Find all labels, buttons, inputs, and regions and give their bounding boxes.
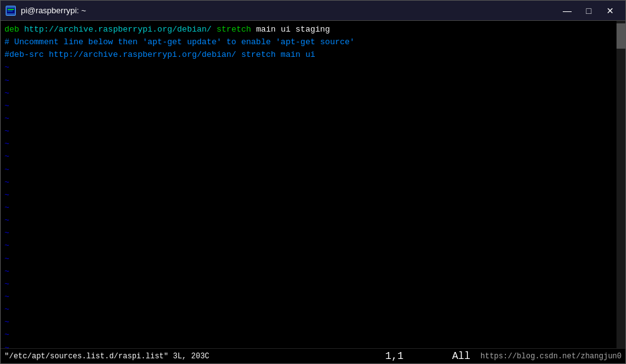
window-icon — [6, 6, 16, 16]
tilde-20: ~ — [4, 265, 613, 278]
scrollbar-thumb[interactable] — [617, 23, 625, 49]
terminal-window: pi@raspberrypi: ~ — □ ✕ deb http://archi… — [0, 0, 626, 364]
window-title: pi@raspberrypi: ~ — [21, 6, 557, 15]
tilde-7: ~ — [4, 100, 613, 112]
tilde-9: ~ — [4, 125, 613, 138]
svg-rect-3 — [8, 11, 13, 11]
tilde-4: ~ — [4, 61, 613, 74]
tilde-16: ~ — [4, 214, 613, 227]
status-bar: "/etc/apt/sources.list.d/raspi.list" 3L,… — [1, 348, 625, 363]
terminal-area: deb http://archive.raspberrypi.org/debia… — [1, 21, 625, 348]
minimize-button[interactable]: — — [557, 2, 577, 20]
tilde-26: ~ — [4, 342, 613, 348]
tilde-14: ~ — [4, 189, 613, 202]
tilde-19: ~ — [4, 253, 613, 265]
tilde-12: ~ — [4, 164, 613, 176]
tilde-5: ~ — [4, 75, 613, 87]
tilde-18: ~ — [4, 240, 613, 252]
tilde-10: ~ — [4, 138, 613, 150]
tilde-8: ~ — [4, 112, 613, 125]
line-2: # Uncomment line below then 'apt-get upd… — [4, 36, 613, 49]
tilde-22: ~ — [4, 291, 613, 303]
tilde-17: ~ — [4, 227, 613, 240]
tilde-24: ~ — [4, 316, 613, 329]
title-bar: pi@raspberrypi: ~ — □ ✕ — [1, 1, 625, 21]
tilde-23: ~ — [4, 303, 613, 316]
tilde-25: ~ — [4, 329, 613, 341]
status-filename: "/etc/apt/sources.list.d/raspi.list" 3L,… — [4, 352, 385, 361]
line-3: #deb-src http://archive.raspberrypi.org/… — [4, 49, 613, 61]
tilde-15: ~ — [4, 202, 613, 214]
line-1: deb http://archive.raspberrypi.org/debia… — [4, 23, 613, 36]
cursor-position: 1,1 All — [385, 351, 470, 362]
tilde-11: ~ — [4, 150, 613, 163]
terminal-content[interactable]: deb http://archive.raspberrypi.org/debia… — [1, 21, 617, 348]
tilde-13: ~ — [4, 176, 613, 189]
tilde-6: ~ — [4, 87, 613, 100]
scrollbar[interactable] — [617, 21, 625, 348]
tilde-21: ~ — [4, 278, 613, 291]
window-controls: — □ ✕ — [557, 2, 620, 20]
close-button[interactable]: ✕ — [600, 2, 620, 20]
maximize-button[interactable]: □ — [579, 2, 599, 20]
svg-rect-2 — [8, 9, 14, 10]
status-url: https://blog.csdn.net/zhangjun0 — [481, 352, 622, 361]
